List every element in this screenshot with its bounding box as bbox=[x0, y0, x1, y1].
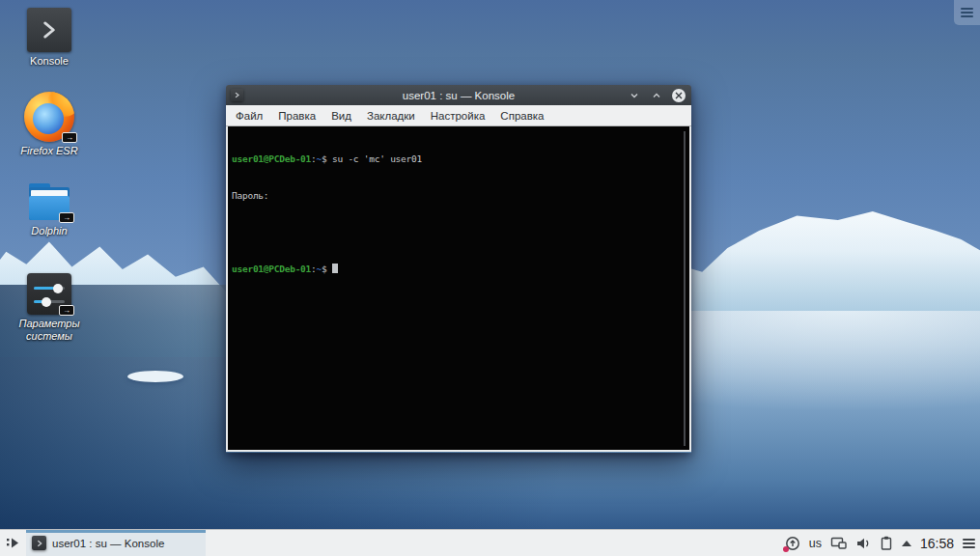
volume-icon[interactable] bbox=[855, 536, 871, 551]
menu-file[interactable]: Файл bbox=[228, 110, 270, 122]
clock[interactable]: 16:58 bbox=[920, 536, 954, 551]
taskbar-task-konsole[interactable]: user01 : su — Konsole bbox=[26, 530, 206, 556]
menu-settings[interactable]: Настройка bbox=[423, 110, 493, 122]
desktop-icon-dolphin[interactable]: → Dolphin bbox=[7, 183, 92, 237]
hamburger-menu-icon bbox=[963, 537, 975, 550]
desktop-toolbox-button[interactable] bbox=[954, 0, 980, 25]
terminal-line-command: user01@PCDeb-01:~$ su -c 'mc' user01 bbox=[232, 153, 689, 166]
desktop-icon-label: Dolphin bbox=[31, 225, 67, 237]
expand-tray-arrow-icon[interactable] bbox=[902, 541, 911, 546]
desktop-icon-system-settings[interactable]: → Параметры системы bbox=[7, 273, 92, 343]
clipboard-icon[interactable] bbox=[880, 536, 893, 551]
kickoff-icon bbox=[5, 535, 21, 551]
system-tray: us 16:58 bbox=[785, 530, 980, 556]
software-updates-icon[interactable] bbox=[785, 536, 800, 551]
minimize-button[interactable] bbox=[628, 89, 641, 102]
window-titlebar[interactable]: user01 : su — Konsole bbox=[226, 85, 691, 105]
menu-help[interactable]: Справка bbox=[492, 110, 551, 122]
app-launcher-button[interactable] bbox=[0, 530, 25, 556]
desktop: Konsole → Firefox ESR → Dolphin → Параме… bbox=[0, 0, 980, 556]
symlink-emblem-icon: → bbox=[59, 305, 74, 316]
menu-bookmarks[interactable]: Закладки bbox=[359, 110, 423, 122]
terminal-line-prompt: user01@PCDeb-01:~$ bbox=[232, 264, 689, 276]
konsole-icon bbox=[27, 8, 71, 52]
display-icon[interactable] bbox=[830, 536, 847, 551]
keyboard-layout-indicator[interactable]: us bbox=[809, 537, 822, 550]
taskbar-panel: user01 : su — Konsole us 16:58 bbox=[0, 529, 980, 556]
desktop-icon-firefox[interactable]: → Firefox ESR bbox=[7, 92, 92, 157]
terminal-scrollbar[interactable] bbox=[684, 131, 686, 446]
desktop-icon-label: Параметры системы bbox=[8, 318, 91, 343]
symlink-emblem-icon: → bbox=[62, 132, 77, 143]
konsole-window: user01 : su — Konsole Файл Правка Вид За… bbox=[226, 85, 691, 453]
terminal-line-password: Пароль: bbox=[232, 190, 689, 203]
konsole-icon bbox=[32, 536, 46, 550]
maximize-button[interactable] bbox=[650, 89, 663, 102]
task-label: user01 : su — Konsole bbox=[52, 538, 164, 549]
menu-view[interactable]: Вид bbox=[323, 110, 359, 122]
update-badge bbox=[783, 546, 789, 552]
hamburger-menu-icon bbox=[961, 6, 973, 19]
desktop-icon-label: Konsole bbox=[30, 55, 69, 68]
window-title: user01 : su — Konsole bbox=[226, 90, 691, 101]
menu-edit[interactable]: Правка bbox=[270, 110, 323, 122]
terminal-cursor bbox=[332, 264, 338, 273]
terminal-line-blank bbox=[232, 227, 689, 239]
symlink-emblem-icon: → bbox=[59, 212, 74, 223]
close-button[interactable] bbox=[672, 89, 686, 102]
desktop-icon-label: Firefox ESR bbox=[20, 145, 77, 157]
active-task-indicator bbox=[26, 530, 206, 533]
wallpaper-floating-ice bbox=[127, 371, 183, 382]
panel-toolbox-button[interactable] bbox=[963, 537, 975, 550]
window-menubar: Файл Правка Вид Закладки Настройка Справ… bbox=[226, 105, 691, 126]
terminal-area[interactable]: user01@PCDeb-01:~$ su -c 'mc' user01 Пар… bbox=[226, 126, 691, 452]
desktop-icon-konsole[interactable]: Konsole bbox=[7, 8, 92, 68]
